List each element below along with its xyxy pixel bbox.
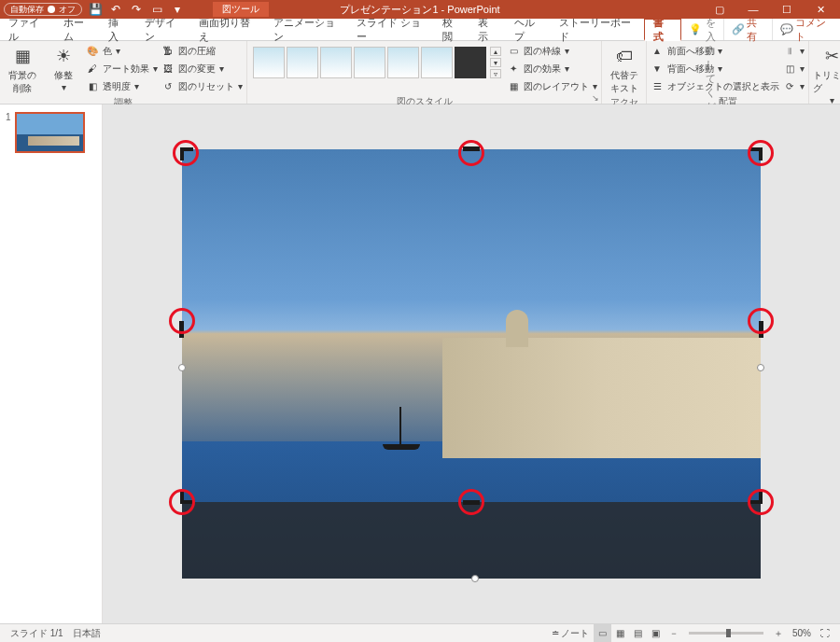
tab-review[interactable]: 校閲 — [434, 19, 469, 40]
redo-icon[interactable]: ↷ — [129, 2, 144, 17]
style-thumb[interactable] — [421, 47, 453, 78]
document-title: プレゼンテーション1 - PowerPoint — [340, 3, 499, 17]
tab-animations[interactable]: アニメーション — [265, 19, 348, 40]
dialog-launcher-icon[interactable]: ↘ — [592, 93, 599, 103]
start-slideshow-icon[interactable]: ▭ — [149, 2, 164, 17]
contextual-tool-label: 図ツール — [213, 2, 269, 17]
thumbnail-preview[interactable] — [15, 112, 85, 153]
compress-pictures-button[interactable]: 🗜図の圧縮 — [161, 43, 243, 59]
group-accessibility: 🏷 代替テ キスト アクセシ… — [602, 41, 647, 104]
slideshow-icon: ▣ — [651, 628, 660, 638]
tab-slideshow[interactable]: スライド ショー — [348, 19, 434, 40]
gallery-down-icon[interactable]: ▾ — [490, 58, 501, 67]
comment-icon: 💬 — [780, 23, 793, 35]
artistic-effects-button[interactable]: 🖌アート効果 ▾ — [86, 61, 158, 77]
slide-canvas[interactable] — [103, 105, 840, 623]
send-backward-button[interactable]: ▼背面へ移動 ▾ — [651, 61, 779, 77]
crop-handle-right[interactable] — [759, 321, 763, 338]
crop-handle-top-left[interactable] — [180, 147, 193, 160]
group-objects-button[interactable]: ◫▾ — [783, 61, 805, 77]
style-thumb[interactable] — [287, 47, 318, 78]
tab-storyboard[interactable]: ストーリーボード — [551, 19, 644, 40]
style-thumb[interactable] — [387, 47, 419, 78]
zoom-out-button[interactable]: － — [665, 624, 683, 643]
selection-handle[interactable] — [178, 364, 186, 371]
slide-counter[interactable]: スライド 1/1 — [6, 624, 68, 643]
save-icon[interactable]: 💾 — [88, 2, 103, 17]
tab-format[interactable]: 書式 — [644, 19, 681, 41]
bring-forward-button[interactable]: ▲前面へ移動 ▾ — [651, 43, 779, 59]
tab-transitions[interactable]: 画面切り替え — [190, 19, 264, 40]
group-size: ✂ トリミング▾ ↕ ▴▾ ↔ ▴▾ サイズ ↘ — [809, 41, 840, 104]
tell-me-search[interactable]: 💡 実行したい作業を入力してください — [681, 19, 723, 40]
style-thumb[interactable] — [320, 47, 352, 78]
slide-thumbnail[interactable]: 1 — [6, 112, 96, 153]
status-bar: スライド 1/1 日本語 ≐ノート ▭ ▦ ▤ ▣ － ＋ 50% ⛶ — [0, 623, 840, 642]
reading-view-button[interactable]: ▤ — [629, 624, 647, 643]
change-picture-button[interactable]: 🖼図の変更 ▾ — [161, 61, 243, 77]
normal-view-button[interactable]: ▭ — [594, 624, 611, 643]
zoom-slider[interactable] — [689, 632, 763, 635]
remove-background-button[interactable]: ▦ 背景の 削除 — [4, 43, 41, 95]
qat-more-icon[interactable]: ▾ — [170, 2, 185, 17]
change-pic-icon: 🖼 — [161, 63, 175, 76]
transparency-icon: ◧ — [86, 80, 99, 93]
sorter-view-button[interactable]: ▦ — [611, 624, 629, 643]
selected-picture[interactable] — [182, 149, 761, 579]
align-button[interactable]: ⫴▾ — [783, 43, 805, 59]
transparency-button[interactable]: ◧透明度 ▾ — [86, 78, 158, 94]
undo-icon[interactable]: ↶ — [108, 2, 123, 17]
notes-button[interactable]: ≐ノート — [547, 624, 594, 643]
style-thumb[interactable] — [455, 47, 486, 78]
picture-effects-button[interactable]: ✦図の効果 ▾ — [507, 61, 597, 77]
artistic-icon: 🖌 — [86, 63, 99, 76]
share-button[interactable]: 🔗共有 — [723, 19, 772, 40]
alt-text-button[interactable]: 🏷 代替テ キスト — [606, 43, 642, 95]
fit-to-window-button[interactable]: ⛶ — [816, 624, 834, 643]
tab-home[interactable]: ホーム — [55, 19, 101, 40]
minimize-button[interactable]: ― — [737, 0, 769, 19]
slideshow-view-button[interactable]: ▣ — [647, 624, 665, 643]
layout-icon: ▦ — [507, 80, 520, 93]
close-button[interactable]: ✕ — [805, 0, 836, 19]
title-bar: 自動保存 オフ 💾 ↶ ↷ ▭ ▾ プレゼンテーション1 - PowerPoin… — [0, 0, 840, 19]
tab-insert[interactable]: 挿入 — [100, 19, 135, 40]
notes-icon: ≐ — [552, 628, 559, 638]
crop-handle-bottom-right[interactable] — [749, 491, 763, 504]
tab-help[interactable]: ヘルプ — [506, 19, 552, 40]
crop-handle-top-right[interactable] — [749, 147, 763, 160]
tab-file[interactable]: ファイル — [0, 19, 55, 40]
gallery-more-icon[interactable]: ▿ — [490, 69, 501, 78]
ribbon-tabs: ファイル ホーム 挿入 デザイン 画面切り替え アニメーション スライド ショー… — [0, 19, 840, 41]
zoom-in-button[interactable]: ＋ — [769, 624, 788, 643]
ribbon-options-icon[interactable]: ▢ — [704, 0, 735, 19]
color-button[interactable]: 🎨色 ▾ — [86, 43, 158, 59]
selection-pane-button[interactable]: ☰オブジェクトの選択と表示 — [651, 78, 779, 94]
picture-border-button[interactable]: ▭図の枠線 ▾ — [507, 43, 597, 59]
zoom-level[interactable]: 50% — [788, 624, 816, 643]
rotate-button[interactable]: ⟳▾ — [783, 78, 805, 94]
style-thumb[interactable] — [354, 47, 385, 78]
effects-icon: ✦ — [507, 63, 520, 76]
autosave-toggle[interactable]: 自動保存 オフ — [4, 3, 82, 16]
picture-styles-gallery[interactable]: ▴ ▾ ▿ — [251, 43, 503, 82]
group-picture-styles: ▴ ▾ ▿ ▭図の枠線 ▾ ✦図の効果 ▾ ▦図のレイアウト ▾ 図のスタイル … — [247, 41, 602, 104]
slide-thumbnail-pane[interactable]: 1 — [0, 105, 103, 623]
picture-layout-button[interactable]: ▦図のレイアウト ▾ — [507, 78, 597, 94]
reset-picture-button[interactable]: ↺図のリセット ▾ — [161, 78, 243, 94]
crop-handle-bottom-left[interactable] — [180, 491, 193, 504]
crop-handle-bottom[interactable] — [463, 500, 480, 505]
selection-handle[interactable] — [757, 364, 764, 371]
crop-handle-left[interactable] — [179, 321, 184, 338]
corrections-button[interactable]: ☀ 修整▾ — [45, 43, 82, 92]
crop-button[interactable]: ✂ トリミング▾ — [813, 43, 840, 105]
style-thumb[interactable] — [253, 47, 285, 78]
tab-view[interactable]: 表示 — [469, 19, 505, 40]
crop-handle-top[interactable] — [463, 147, 480, 151]
maximize-button[interactable]: ☐ — [771, 0, 803, 19]
comment-button[interactable]: 💬コメント — [772, 19, 840, 40]
language-indicator[interactable]: 日本語 — [68, 624, 105, 643]
tab-design[interactable]: デザイン — [136, 19, 191, 40]
selection-handle[interactable] — [471, 575, 479, 582]
gallery-up-icon[interactable]: ▴ — [490, 47, 501, 56]
